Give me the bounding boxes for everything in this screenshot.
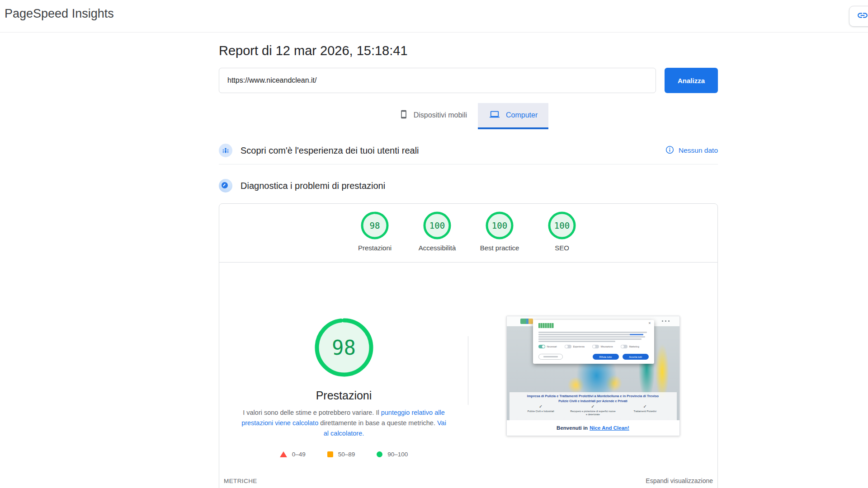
smartphone-icon xyxy=(399,110,408,121)
cookie-toggles: Necessari Esperienza Misurazione xyxy=(538,345,639,348)
site-headline-band: Impresa di Pulizia e Trattamenti Protett… xyxy=(509,392,677,420)
toggle-necessary: Necessari xyxy=(538,345,557,348)
welcome-brand-link: Nice And Clean! xyxy=(590,425,629,431)
check-icon: ✓ xyxy=(518,404,565,409)
consent-text-line xyxy=(538,341,615,342)
consent-text-line xyxy=(538,332,647,333)
site-logo xyxy=(520,319,533,324)
info-icon xyxy=(665,145,674,156)
expand-view-button[interactable]: Espandi visualizzazione xyxy=(646,477,713,484)
final-screenshot-thumbnail[interactable]: Impresa di Pulizia e Trattamenti Protett… xyxy=(506,316,680,436)
consent-text-line xyxy=(538,336,645,338)
toggle-off-icon xyxy=(592,345,599,348)
section-divider xyxy=(219,164,718,164)
metrics-label: METRICHE xyxy=(224,478,257,484)
red-triangle-icon xyxy=(280,451,287,457)
consent-link-segment xyxy=(630,334,643,335)
consent-text-line xyxy=(538,334,643,335)
link-icon xyxy=(857,9,868,23)
performance-description: I valori sono delle stime e potrebbero v… xyxy=(238,408,450,439)
tab-mobile-label: Dispositivi mobili xyxy=(414,111,467,119)
cookie-action-buttons: Rifiuta tutto Accetta tutti xyxy=(593,354,649,360)
no-data-label: Nessun dato xyxy=(679,146,718,155)
performance-detail: 98 Prestazioni I valori sono delle stime… xyxy=(219,263,717,474)
accessibility-gauge: 100 xyxy=(423,211,452,240)
metrics-header-row: METRICHE Espandi visualizzazione xyxy=(219,474,717,488)
cookie-accept-button: Accetta tutti xyxy=(623,354,649,360)
field-data-title: Scopri com'è l'esperienza dei tuoi utent… xyxy=(241,145,419,156)
site-subheadline: Pulizie Civili e Industriali per Aziende… xyxy=(509,399,677,403)
score-performance[interactable]: 98 Prestazioni xyxy=(344,211,406,252)
consent-text-line xyxy=(538,338,642,340)
column-divider xyxy=(468,336,468,405)
accessibility-score-value: 100 xyxy=(423,211,452,240)
report-card: 98 Prestazioni 100 Accessibilità xyxy=(219,203,718,488)
lab-data-title: Diagnostica i problemi di prestazioni xyxy=(241,181,385,191)
tab-desktop[interactable]: Computer xyxy=(478,103,548,129)
toggle-off-icon xyxy=(565,345,571,348)
cookie-more-button xyxy=(538,354,563,360)
copy-link-button[interactable] xyxy=(849,6,868,27)
site-features: ✓ Pulizie Civili e Industriali ✓ Recuper… xyxy=(509,403,677,417)
close-icon: × xyxy=(648,321,651,325)
cookie-dialog: × Necessari xyxy=(533,320,654,364)
category-scores-row: 98 Prestazioni 100 Accessibilità xyxy=(219,204,717,263)
legend-pass: 90–100 xyxy=(377,451,408,458)
legend-average-range: 50–89 xyxy=(338,451,355,458)
site-headline: Impresa di Pulizia e Trattamenti Protett… xyxy=(509,394,677,399)
score-seo[interactable]: 100 SEO xyxy=(531,211,593,252)
device-tabs: Dispositivi mobili Computer xyxy=(219,103,718,129)
score-accessibility[interactable]: 100 Accessibilità xyxy=(406,211,468,252)
app-header: PageSpeed Insights xyxy=(0,0,868,33)
cookie-deny-button: Rifiuta tutto xyxy=(593,354,619,360)
analyze-button[interactable]: Analizza xyxy=(665,68,718,93)
legend-fail: 0–49 xyxy=(280,451,306,458)
main-content: Report di 12 mar 2026, 15:18:41 Analizza… xyxy=(219,33,718,488)
toggle-marketing: Marketing xyxy=(621,345,639,348)
performance-column: 98 Prestazioni I valori sono delle stime… xyxy=(219,263,468,474)
legend-average: 50–89 xyxy=(327,451,355,458)
toggle-measurement: Misurazione xyxy=(592,345,613,348)
site-feature-1: ✓ Pulizie Civili e Industriali xyxy=(518,404,565,417)
best-practices-gauge: 100 xyxy=(485,211,514,240)
toggle-on-icon xyxy=(538,345,545,348)
laptop-icon xyxy=(489,109,500,121)
performance-title: Prestazioni xyxy=(316,389,372,402)
site-feature-3: ✓ Trattamenti Protettivi xyxy=(622,404,669,417)
users-icon xyxy=(219,144,232,157)
desc-text-1: I valori sono delle stime e potrebbero v… xyxy=(243,409,381,416)
site-feature-2: ✓ Recupero e protezione di superfici nuo… xyxy=(570,404,617,417)
check-icon: ✓ xyxy=(570,404,617,409)
report-title: Report di 12 mar 2026, 15:18:41 xyxy=(219,43,718,58)
app-title: PageSpeed Insights xyxy=(5,7,114,21)
url-input[interactable] xyxy=(219,68,656,93)
green-circle-icon xyxy=(377,451,382,457)
best-practices-score-value: 100 xyxy=(485,211,514,240)
legend-fail-range: 0–49 xyxy=(292,451,306,458)
seo-score-label: SEO xyxy=(555,244,569,252)
legend-pass-range: 90–100 xyxy=(387,451,408,458)
cookie-dialog-logo xyxy=(538,323,554,328)
orange-square-icon xyxy=(327,451,333,457)
speedometer-icon xyxy=(219,179,232,192)
big-performance-score: 98 xyxy=(313,317,375,378)
accessibility-score-label: Accessibilità xyxy=(419,244,456,252)
toggle-off-icon xyxy=(621,345,627,348)
performance-score-label: Prestazioni xyxy=(358,244,392,252)
url-row: Analizza xyxy=(219,68,718,93)
tab-desktop-label: Computer xyxy=(506,111,538,119)
score-legend: 0–49 50–89 90–100 xyxy=(280,451,408,458)
screenshot-column: Impresa di Pulizia e Trattamenti Protett… xyxy=(468,263,717,474)
toggle-experience: Esperienza xyxy=(565,345,585,348)
seo-gauge: 100 xyxy=(547,211,576,240)
tab-mobile[interactable]: Dispositivi mobili xyxy=(388,103,478,129)
site-nav-dots xyxy=(662,320,670,322)
lab-data-section: Diagnostica i problemi di prestazioni xyxy=(219,176,718,195)
site-welcome: Benvenuti in Nice And Clean! xyxy=(507,420,679,436)
score-best-practices[interactable]: 100 Best practice xyxy=(468,211,531,252)
desc-text-2: direttamente in base a queste metriche. xyxy=(318,419,437,427)
no-data-link[interactable]: Nessun dato xyxy=(665,145,718,156)
performance-score-value: 98 xyxy=(360,211,389,240)
field-data-section: Scopri com'è l'esperienza dei tuoi utent… xyxy=(219,141,718,160)
big-performance-gauge: 98 xyxy=(313,317,375,378)
